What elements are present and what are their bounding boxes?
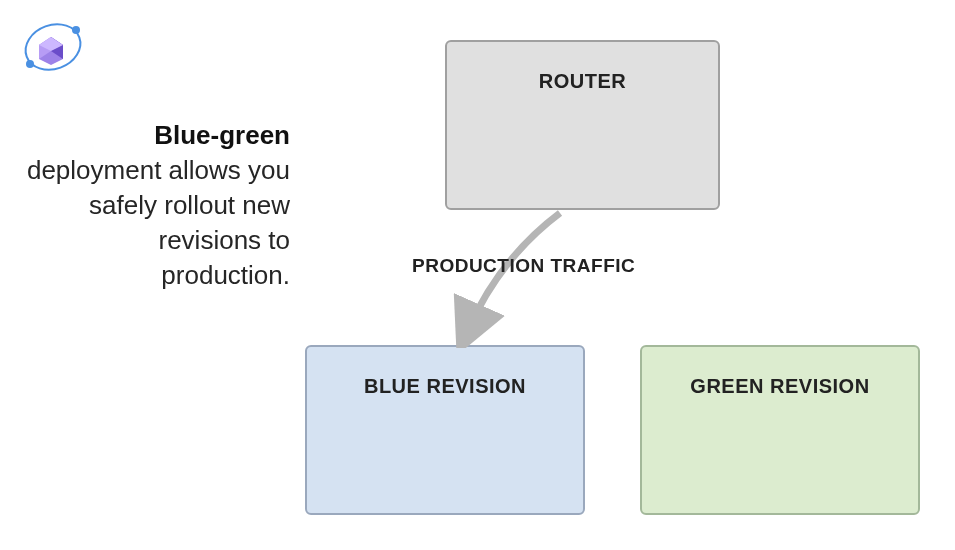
production-traffic-label: PRODUCTION TRAFFIC bbox=[412, 255, 635, 277]
production-traffic-arrow bbox=[450, 208, 580, 348]
description-text: Blue-green deployment allows you safely … bbox=[25, 118, 290, 293]
green-revision-box: GREEN REVISION bbox=[640, 345, 920, 515]
blue-revision-label: BLUE REVISION bbox=[364, 375, 526, 398]
description-bold: Blue-green bbox=[154, 120, 290, 150]
green-revision-label: GREEN REVISION bbox=[690, 375, 869, 398]
blue-revision-box: BLUE REVISION bbox=[305, 345, 585, 515]
router-box: ROUTER bbox=[445, 40, 720, 210]
svg-point-1 bbox=[72, 26, 80, 34]
container-apps-icon bbox=[18, 12, 88, 82]
svg-point-2 bbox=[26, 60, 34, 68]
description-rest: deployment allows you safely rollout new… bbox=[27, 155, 290, 290]
router-label: ROUTER bbox=[539, 70, 626, 93]
